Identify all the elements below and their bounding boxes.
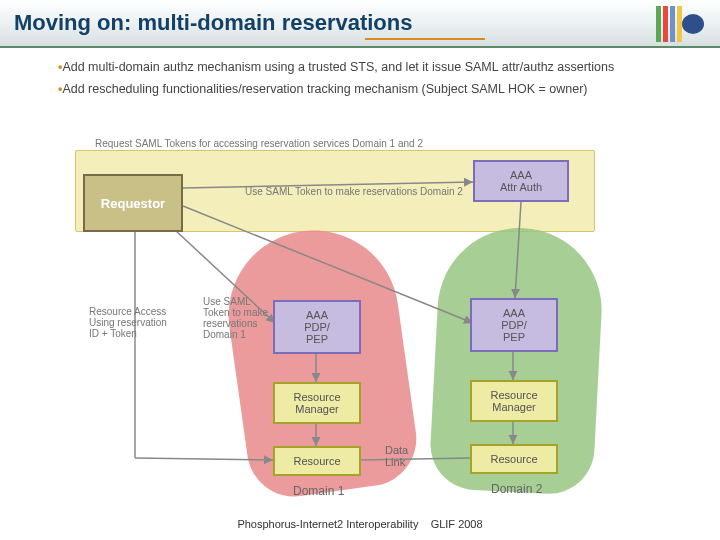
resource-domain2-node: Resource bbox=[470, 444, 558, 474]
requestor-node: Requestor bbox=[83, 174, 183, 232]
label-use-token-d1: Use SAML Token to make reservations Doma… bbox=[203, 296, 273, 340]
logo-icon bbox=[656, 6, 696, 42]
resource-domain1-node: Resource bbox=[273, 446, 361, 476]
label-use-token-d2: Use SAML Token to make reservations Doma… bbox=[245, 186, 463, 197]
architecture-diagram: Requestor AAA Attr Auth AAA PDP/ PEP AAA… bbox=[75, 128, 635, 503]
label-resource-access: Resource Access Using reservation ID + T… bbox=[89, 306, 179, 339]
label-request-tokens: Request SAML Tokens for accessing reserv… bbox=[95, 138, 423, 149]
resource-manager-domain2-node: Resource Manager bbox=[470, 380, 558, 422]
slide-title: Moving on: multi-domain reservations bbox=[14, 10, 412, 36]
aaa-pdp-domain2-node: AAA PDP/ PEP bbox=[470, 298, 558, 352]
title-underline bbox=[365, 38, 485, 40]
bullet-item: Add multi-domain authz mechanism using a… bbox=[58, 60, 680, 74]
bullet-item: Add rescheduling functionalities/reserva… bbox=[58, 82, 680, 96]
slide-header: Moving on: multi-domain reservations bbox=[0, 0, 720, 48]
aaa-pdp-domain1-node: AAA PDP/ PEP bbox=[273, 300, 361, 354]
footer-right: GLIF 2008 bbox=[431, 518, 483, 530]
footer-left: Phosphorus-Internet2 Interoperability bbox=[237, 518, 418, 530]
aaa-attr-auth-node: AAA Attr Auth bbox=[473, 160, 569, 202]
bullet-list: Add multi-domain authz mechanism using a… bbox=[0, 48, 720, 110]
slide-footer: Phosphorus-Internet2 Interoperability GL… bbox=[0, 518, 720, 530]
resource-manager-domain1-node: Resource Manager bbox=[273, 382, 361, 424]
label-data-link: Data Link bbox=[385, 444, 408, 468]
label-domain2: Domain 2 bbox=[491, 482, 542, 496]
label-domain1: Domain 1 bbox=[293, 484, 344, 498]
